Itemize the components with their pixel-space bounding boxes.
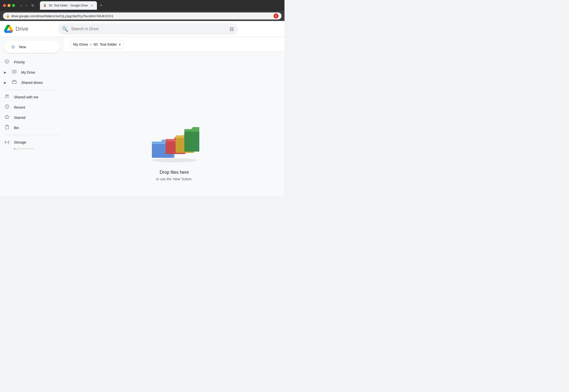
browser-chrome: ‹ › ↻ 00. Test folder - Google Drive × + [0, 0, 284, 11]
notification-badge: 1 [274, 13, 279, 18]
svg-rect-21 [184, 132, 199, 152]
sidebar-item-recent[interactable]: Recent [0, 102, 60, 112]
drop-zone-subtitle: or use the 'New' button. [156, 177, 192, 181]
forward-button[interactable]: › [24, 3, 28, 8]
tab-favicon [43, 3, 47, 7]
tab-close-button[interactable]: × [90, 3, 94, 7]
sidebar-item-starred-label: Starred [14, 116, 25, 120]
sidebar-divider-1 [4, 90, 60, 90]
recent-icon [4, 104, 10, 110]
drop-zone: Drop files here or use the 'New' button. [64, 52, 284, 196]
svg-rect-8 [12, 81, 16, 84]
drop-zone-title: Drop files here [160, 170, 189, 175]
traffic-light-yellow[interactable] [7, 4, 10, 7]
sidebar-item-shared-drives-label: Shared drives [21, 81, 43, 85]
traffic-lights [3, 4, 15, 7]
new-button[interactable]: New [4, 41, 60, 53]
sidebar: New Priority ▶ [0, 37, 64, 196]
svg-point-10 [7, 95, 8, 96]
new-button-label: New [19, 45, 26, 49]
main-content: New Priority ▶ [0, 37, 284, 196]
browser-nav: ‹ › ↻ [19, 3, 36, 8]
folder-illustration [149, 119, 199, 164]
sidebar-item-storage[interactable]: Storage [0, 137, 60, 147]
app-container: Drive 🔍 ⊟ New [0, 21, 284, 196]
storage-icon [4, 139, 10, 145]
new-tab-button[interactable]: + [98, 2, 105, 9]
traffic-light-green[interactable] [12, 4, 15, 7]
sidebar-item-my-drive-label: My Drive [21, 70, 35, 74]
storage-bar-fill [14, 148, 15, 149]
storage-bar-bg [14, 148, 34, 149]
plus-icon [10, 44, 16, 50]
refresh-button[interactable]: ↻ [30, 3, 36, 8]
tab-bar: 00. Test folder - Google Drive × + [40, 1, 282, 10]
shared-drives-expand-icon[interactable]: ▶ [4, 81, 6, 84]
search-filter-icon[interactable]: ⊟ [230, 26, 234, 32]
tab-title: 00. Test folder - Google Drive [49, 4, 88, 7]
address-text: drive.google.com/drive/folders/1erCjLjJq… [11, 14, 271, 18]
sidebar-item-shared-with-me[interactable]: Shared with me [0, 92, 60, 102]
breadcrumb: My Drive › 00. Test folder ▾ [70, 40, 124, 49]
app-header: Drive 🔍 ⊟ [0, 21, 284, 37]
breadcrumb-separator: › [90, 42, 91, 47]
address-bar-row: 🔒 drive.google.com/drive/folders/1erCjLj… [0, 11, 284, 21]
svg-point-9 [6, 95, 7, 96]
back-button[interactable]: ‹ [19, 3, 23, 8]
folder-illustration-svg [149, 119, 199, 163]
breadcrumb-dropdown-icon[interactable]: ▾ [119, 42, 121, 46]
breadcrumb-current: 00. Test folder [93, 42, 117, 46]
drive-logo: Drive [4, 24, 54, 33]
svg-point-22 [152, 158, 197, 162]
sidebar-item-recent-label: Recent [14, 105, 25, 109]
breadcrumb-row: My Drive › 00. Test folder ▾ [64, 37, 284, 52]
sidebar-item-bin-label: Bin [14, 126, 19, 130]
svg-rect-6 [13, 71, 15, 73]
lock-icon: 🔒 [6, 14, 10, 18]
sidebar-item-shared-drives[interactable]: ▶ Shared drives [0, 77, 60, 88]
drive-logo-text: Drive [15, 26, 28, 32]
sidebar-item-my-drive[interactable]: ▶ My Drive [0, 67, 60, 77]
my-drive-icon [11, 69, 17, 75]
sidebar-item-starred[interactable]: Starred [0, 112, 60, 123]
svg-point-7 [14, 73, 14, 73]
my-drive-expand-icon[interactable]: ▶ [4, 71, 6, 74]
search-bar[interactable]: 🔍 ⊟ [58, 23, 238, 35]
shared-with-me-icon [4, 94, 10, 100]
content-area: My Drive › 00. Test folder ▾ [64, 37, 284, 196]
breadcrumb-parent[interactable]: My Drive [73, 42, 88, 46]
search-input[interactable] [71, 27, 227, 31]
bin-icon [4, 125, 10, 131]
sidebar-divider-2 [4, 135, 60, 135]
sidebar-item-priority-label: Priority [14, 60, 25, 64]
sidebar-item-priority[interactable]: Priority [0, 57, 60, 67]
priority-icon [4, 59, 10, 65]
svg-point-4 [5, 60, 9, 63]
sidebar-item-shared-with-me-label: Shared with me [14, 95, 38, 99]
shared-drives-icon [11, 79, 17, 86]
starred-icon [4, 114, 10, 121]
sidebar-item-bin[interactable]: Bin [0, 123, 60, 133]
sidebar-item-storage-label: Storage [14, 140, 26, 144]
traffic-light-red[interactable] [3, 4, 6, 7]
drive-logo-icon [4, 24, 13, 33]
address-bar[interactable]: 🔒 drive.google.com/drive/folders/1erCjLj… [3, 12, 282, 19]
active-tab[interactable]: 00. Test folder - Google Drive × [40, 1, 97, 10]
search-icon: 🔍 [62, 26, 68, 32]
